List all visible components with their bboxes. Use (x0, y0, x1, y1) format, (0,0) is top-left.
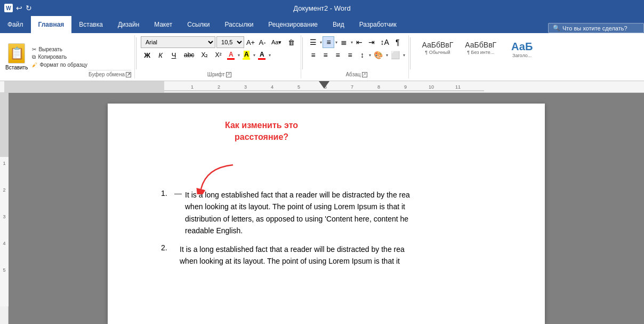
bullets-button[interactable]: ☰ (307, 36, 319, 48)
cut-icon: ✂ (32, 46, 36, 52)
word-icon: W (4, 4, 13, 12)
item1-number: 1. (161, 189, 174, 197)
highlight-dropdown[interactable]: ▾ (253, 53, 255, 58)
highlight-bar (243, 58, 250, 60)
align-right-button[interactable]: ≡ (332, 49, 343, 61)
font-size-select[interactable]: 10,5 (216, 36, 244, 48)
clear-format-button[interactable]: 🗑 (285, 36, 297, 48)
numbering-button[interactable]: ≡ (323, 36, 334, 48)
cut-button[interactable]: ✂ Вырезать (31, 46, 88, 53)
align-left-button[interactable]: ≡ (307, 49, 319, 61)
vertical-ruler-svg: 1 2 3 4 5 (0, 93, 9, 306)
tab-mailings[interactable]: Рассылки (218, 16, 261, 33)
sort-button[interactable]: ↕A (378, 36, 391, 48)
shading-dropdown[interactable]: ▾ (386, 53, 388, 58)
font-color-dropdown[interactable]: ▾ (269, 53, 271, 58)
font-shrink-button[interactable]: A- (257, 37, 268, 48)
font-color-button[interactable]: A (256, 49, 268, 61)
style-no-spacing[interactable]: АаБбВвГ ¶ Без инте... (460, 38, 501, 75)
paste-button[interactable]: 📋 (8, 43, 25, 64)
svg-text:5: 5 (3, 267, 5, 273)
multilevel-dropdown[interactable]: ▾ (351, 40, 353, 45)
tab-design[interactable]: Дизайн (110, 16, 147, 33)
item1-text[interactable]: It is a long established fact that a rea… (185, 189, 410, 237)
tab-references[interactable]: Ссылки (180, 16, 217, 33)
list-item-1: 1. — It is a long established fact that … (161, 189, 513, 237)
font-name-row: Arial 10,5 A+ A- Aa▾ 🗑 (141, 36, 297, 48)
style-heading1[interactable]: АаБ Заголо... (503, 38, 541, 75)
tab-review[interactable]: Рецензирование (261, 16, 325, 33)
justify-button[interactable]: ≡ (344, 49, 356, 61)
align-center-button[interactable]: ≡ (319, 49, 331, 61)
change-case-button[interactable]: Aa▾ (269, 36, 284, 48)
ribbon-tabs: Файл Главная Вставка Дизайн Макет Ссылки… (0, 16, 644, 33)
bullets-dropdown[interactable]: ▾ (320, 40, 322, 45)
tab-insert[interactable]: Вставка (71, 16, 110, 33)
font-grow-button[interactable]: A+ (245, 37, 256, 48)
text-color-button[interactable]: A (225, 49, 237, 61)
svg-text:1: 1 (191, 84, 194, 90)
clipboard-expand[interactable]: ↗ (126, 72, 131, 77)
sep3 (410, 37, 410, 69)
sep2 (302, 37, 303, 69)
copy-button[interactable]: ⧉ Копировать (31, 53, 88, 61)
bold-button[interactable]: Ж (141, 49, 154, 61)
tab-home[interactable]: Главная (31, 16, 72, 33)
svg-text:5: 5 (297, 84, 300, 90)
increase-indent-button[interactable]: ⇥ (366, 36, 377, 48)
tab-view[interactable]: Вид (325, 16, 352, 33)
line-spacing-dropdown[interactable]: ▾ (369, 53, 371, 58)
strikethrough-button[interactable]: abc (181, 49, 197, 61)
borders-dropdown[interactable]: ▾ (403, 53, 405, 58)
svg-text:11: 11 (455, 84, 461, 90)
font-name-select[interactable]: Arial (141, 36, 215, 48)
subscript-button[interactable]: X₂ (198, 49, 211, 61)
document-content: 1. — It is a long established fact that … (150, 189, 513, 267)
borders-button[interactable]: ⬜ (389, 49, 402, 61)
style-normal-preview: АаБбВвГ (422, 41, 453, 49)
list-row: ☰ ▾ ≡ ▾ ≣ ▾ ⇤ ⇥ ↕A ¶ (307, 36, 403, 48)
style-heading-label: Заголо... (512, 53, 532, 58)
show-marks-button[interactable]: ¶ (392, 36, 404, 48)
font-expand[interactable]: ↗ (226, 72, 231, 77)
paragraph-expand[interactable]: ↗ (362, 72, 367, 77)
superscript-button[interactable]: X² (212, 49, 224, 61)
line-spacing-button[interactable]: ↕ (356, 49, 368, 61)
item1-dash: — (174, 189, 185, 197)
format-painter-button[interactable]: 🖌 Формат по образцу (31, 61, 88, 68)
text-color-bar (227, 58, 235, 60)
highlight-button[interactable]: A (240, 49, 252, 61)
tab-file[interactable]: Файл (0, 16, 31, 33)
redo-button[interactable]: ↻ (26, 4, 32, 12)
title-bar-left: W ↩ ↻ (4, 4, 32, 12)
paste-label: Вставить (5, 65, 28, 70)
document-page[interactable]: Как изменить это расстояние? (108, 104, 545, 324)
italic-button[interactable]: К (154, 49, 167, 61)
decrease-indent-button[interactable]: ⇤ (353, 36, 365, 48)
text-color-dropdown[interactable]: ▾ (238, 53, 240, 58)
shading-button[interactable]: 🎨 (372, 49, 385, 61)
page-area: Как изменить это расстояние? (9, 93, 644, 324)
paragraph-group-label: Абзац ↗ (345, 70, 367, 77)
undo-button[interactable]: ↩ (16, 4, 22, 12)
ribbon-toolbar: 📋 Вставить ✂ Вырезать ⧉ Копировать 🖌 Фор… (0, 33, 644, 81)
paragraph-group: ☰ ▾ ≡ ▾ ≣ ▾ ⇤ ⇥ ↕A ¶ ≡ ≡ ≡ ≡ ↕ ▾ 🎨 ▾ ⬜ (304, 35, 409, 78)
search-box[interactable]: 🔍 Что вы хотите сделать? (548, 23, 644, 33)
numbering-dropdown[interactable]: ▾ (335, 40, 337, 45)
font-group-label: Шрифт ↗ (207, 70, 231, 77)
style-normal[interactable]: АаБбВвГ ¶ Обычный (417, 38, 458, 75)
svg-text:8: 8 (377, 84, 380, 90)
search-placeholder: Что вы хотите сделать? (562, 25, 627, 31)
svg-text:3: 3 (244, 84, 247, 90)
style-nospacing-label: ¶ Без инте... (467, 50, 494, 55)
item2-text[interactable]: It is a long established fact that a rea… (174, 243, 405, 267)
multilevel-button[interactable]: ≣ (338, 36, 350, 48)
svg-text:10: 10 (429, 84, 434, 90)
underline-button[interactable]: Ч (167, 49, 180, 61)
tab-layout[interactable]: Макет (147, 16, 180, 33)
svg-text:3: 3 (3, 214, 5, 219)
clipboard-actions: ✂ Вырезать ⧉ Копировать 🖌 Формат по обра… (31, 46, 88, 68)
title-bar: W ↩ ↻ Документ2 - Word (0, 0, 644, 16)
svg-text:1: 1 (3, 161, 5, 166)
tab-developer[interactable]: Разработчик (352, 16, 404, 33)
